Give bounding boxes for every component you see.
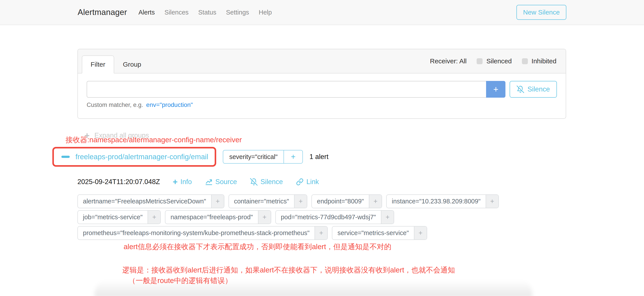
add-label-filter-button[interactable]: + [486, 195, 498, 208]
matcher-input[interactable] [87, 81, 486, 98]
hint-text: Custom matcher, e.g. [87, 102, 143, 108]
group-receiver-link[interactable]: freeleaps-prod/alertmanager-config/email [76, 152, 208, 161]
source-action-button[interactable]: Source [205, 178, 237, 186]
alert-timestamp: 2025-09-24T11:20:07.048Z [78, 178, 160, 186]
info-action-label: Info [180, 178, 192, 186]
add-label-filter-button[interactable]: + [381, 211, 394, 224]
matcher-hint: Custom matcher, e.g. env="production" [87, 102, 557, 108]
nav-item-settings[interactable]: Settings [226, 9, 249, 16]
alert-labels: alertname="FreeleapsMetricsServiceDown"+… [78, 194, 499, 240]
silence-filter-button[interactable]: Silence [510, 81, 557, 98]
matcher-input-group: + [87, 81, 506, 98]
matcher-row: + Silence [87, 81, 557, 98]
checkbox-group-silenced: Silenced [476, 58, 512, 65]
nav-item-status[interactable]: Status [198, 9, 216, 16]
alert-label-text: alertname="FreeleapsMetricsServiceDown" [78, 195, 211, 208]
alert-header-row: 2025-09-24T11:20:07.048Z +InfoSourceSile… [78, 178, 319, 186]
silenced-checkbox-label: Silenced [486, 58, 512, 65]
alert-label-tag: namespace="freeleaps-prod"+ [165, 210, 271, 224]
add-label-filter-button[interactable]: + [314, 226, 327, 240]
bell-slash-icon [517, 86, 524, 93]
alert-label-text: pod="metrics-77d9cdb497-wdsj7" [276, 211, 381, 224]
nav-menu: AlertsSilencesStatusSettingsHelp [138, 9, 272, 16]
bell-slash-icon [250, 178, 258, 186]
alert-label-tag: service="metrics-service"+ [332, 226, 427, 240]
annotation-alert-note: alert信息必须在接收器下才表示配置成功，否则即使能看到alert，但是通知是… [124, 242, 391, 252]
filter-header-controls: Receiver: All SilencedInhibited [430, 58, 556, 65]
chart-icon [205, 178, 212, 186]
nav-item-silences[interactable]: Silences [164, 9, 189, 16]
add-group-filter-button[interactable]: + [284, 150, 302, 163]
add-label-filter-button[interactable]: + [414, 226, 427, 240]
alert-label-tag: instance="10.233.98.209:8009"+ [386, 194, 499, 208]
tab-group[interactable]: Group [114, 56, 150, 74]
alert-label-tag: container="metrics"+ [228, 194, 307, 208]
silence-action-label: Silence [260, 178, 283, 186]
label-row: job="metrics-service"+namespace="freelea… [78, 210, 499, 224]
source-action-label: Source [215, 178, 237, 186]
alert-group-row: freeleaps-prod/alertmanager-config/email… [52, 147, 328, 167]
link-icon [296, 178, 304, 186]
alertmanager-page: Alertmanager AlertsSilencesStatusSetting… [0, 0, 644, 296]
navbar-inner: Alertmanager AlertsSilencesStatusSetting… [78, 0, 566, 25]
alert-label-tag: endpoint="8009"+ [312, 194, 382, 208]
app-brand[interactable]: Alertmanager [78, 8, 127, 17]
group-matcher-tag: severity="critical" + [223, 150, 303, 164]
alert-label-text: service="metrics-service" [332, 226, 414, 240]
filter-checkboxes: SilencedInhibited [476, 58, 556, 65]
alert-label-text: namespace="freeleaps-prod" [166, 211, 258, 224]
alert-label-text: endpoint="8009" [312, 195, 369, 208]
annotation-receiver-note: 接收器:namespace/altermanager-config-name/r… [66, 135, 242, 145]
alert-actions: +InfoSourceSilenceLink [173, 178, 319, 186]
alert-label-text: container="metrics" [229, 195, 294, 208]
add-matcher-button[interactable]: + [486, 81, 506, 98]
tab-filter[interactable]: Filter [82, 56, 114, 74]
nav-item-help[interactable]: Help [259, 9, 272, 16]
alert-label-text: prometheus="freeleaps-monitoring-system/… [78, 226, 314, 240]
label-row: alertname="FreeleapsMetricsServiceDown"+… [78, 194, 499, 208]
nav-item-alerts[interactable]: Alerts [138, 9, 155, 16]
collapse-minus-icon [61, 156, 70, 158]
silence-filter-label: Silence [528, 85, 550, 93]
info-action-button[interactable]: +Info [173, 178, 192, 186]
plus-icon: + [173, 178, 178, 186]
annotation-highlight-box: freeleaps-prod/alertmanager-config/email [52, 147, 216, 167]
filter-tabs: FilterGroup [82, 56, 150, 74]
silence-action-button[interactable]: Silence [250, 178, 283, 186]
add-label-filter-button[interactable]: + [294, 195, 307, 208]
inhibited-checkbox[interactable] [522, 58, 528, 64]
top-navbar: Alertmanager AlertsSilencesStatusSetting… [0, 0, 644, 25]
filter-card-header: FilterGroup Receiver: All SilencedInhibi… [78, 49, 566, 74]
annotation-logic-line1: 逻辑是：接收器收到alert后进行通知，如果alert不在接收器下，说明接收器没… [122, 265, 455, 275]
add-label-filter-button[interactable]: + [148, 211, 160, 224]
alert-label-tag: job="metrics-service"+ [78, 210, 161, 224]
link-action-button[interactable]: Link [296, 178, 319, 186]
alert-label-tag: pod="metrics-77d9cdb497-wdsj7"+ [275, 210, 394, 224]
alert-label-text: instance="10.233.98.209:8009" [387, 195, 486, 208]
add-label-filter-button[interactable]: + [369, 195, 382, 208]
annotation-logic-line2: （一般是route中的逻辑有错误） [122, 275, 455, 286]
alert-count: 1 alert [310, 153, 328, 161]
add-label-filter-button[interactable]: + [211, 195, 224, 208]
inhibited-checkbox-label: Inhibited [532, 58, 556, 65]
link-action-label: Link [306, 178, 319, 186]
filter-card-body: + Silence Custom m [78, 74, 566, 108]
annotation-logic-note: 逻辑是：接收器收到alert后进行通知，如果alert不在接收器下，说明接收器没… [122, 265, 455, 286]
alert-label-text: job="metrics-service" [78, 211, 148, 224]
alert-label-tag: prometheus="freeleaps-monitoring-system/… [78, 226, 328, 240]
add-label-filter-button[interactable]: + [258, 211, 271, 224]
label-row: prometheus="freeleaps-monitoring-system/… [78, 226, 499, 240]
group-matcher-label: severity="critical" [223, 150, 284, 163]
hint-example-link[interactable]: env="production" [146, 102, 193, 108]
receiver-dropdown[interactable]: Receiver: All [430, 58, 467, 65]
checkbox-group-inhibited: Inhibited [522, 58, 556, 65]
filter-card: FilterGroup Receiver: All SilencedInhibi… [78, 49, 566, 119]
new-silence-button[interactable]: New Silence [516, 5, 566, 20]
alert-label-tag: alertname="FreeleapsMetricsServiceDown"+ [78, 194, 224, 208]
silenced-checkbox[interactable] [476, 58, 482, 64]
